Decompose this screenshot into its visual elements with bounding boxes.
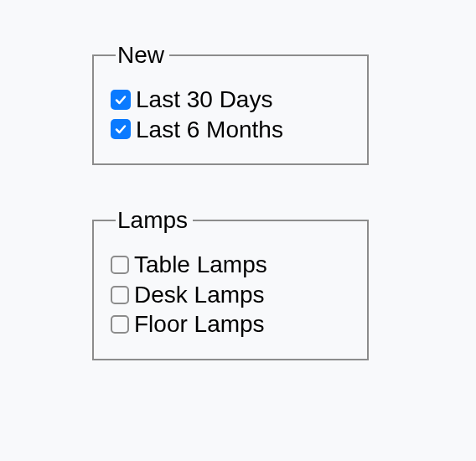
label-desk-lamps: Desk Lamps xyxy=(134,281,265,309)
option-last-6-months[interactable]: Last 6 Months xyxy=(111,116,350,144)
option-table-lamps[interactable]: Table Lamps xyxy=(111,251,350,279)
checkbox-last-30-days[interactable] xyxy=(111,90,131,110)
checkbox-last-6-months[interactable] xyxy=(111,119,131,139)
option-floor-lamps[interactable]: Floor Lamps xyxy=(111,310,350,339)
legend-lamps: Lamps xyxy=(116,207,193,234)
label-table-lamps: Table Lamps xyxy=(134,251,267,279)
checkbox-table-lamps[interactable] xyxy=(111,256,129,274)
legend-new: New xyxy=(116,42,169,69)
checkmark-icon xyxy=(114,122,127,136)
checkbox-desk-lamps[interactable] xyxy=(111,286,129,304)
checkmark-icon xyxy=(114,93,127,106)
fieldset-new: New Last 30 Days Last 6 Months xyxy=(92,42,369,165)
label-last-6-months: Last 6 Months xyxy=(136,116,283,144)
option-desk-lamps[interactable]: Desk Lamps xyxy=(111,281,350,309)
label-last-30-days: Last 30 Days xyxy=(136,85,272,114)
label-floor-lamps: Floor Lamps xyxy=(134,310,265,339)
fieldset-lamps: Lamps Table Lamps Desk Lamps Floor Lamps xyxy=(92,207,369,360)
checkbox-floor-lamps[interactable] xyxy=(111,315,129,334)
option-last-30-days[interactable]: Last 30 Days xyxy=(111,85,350,114)
